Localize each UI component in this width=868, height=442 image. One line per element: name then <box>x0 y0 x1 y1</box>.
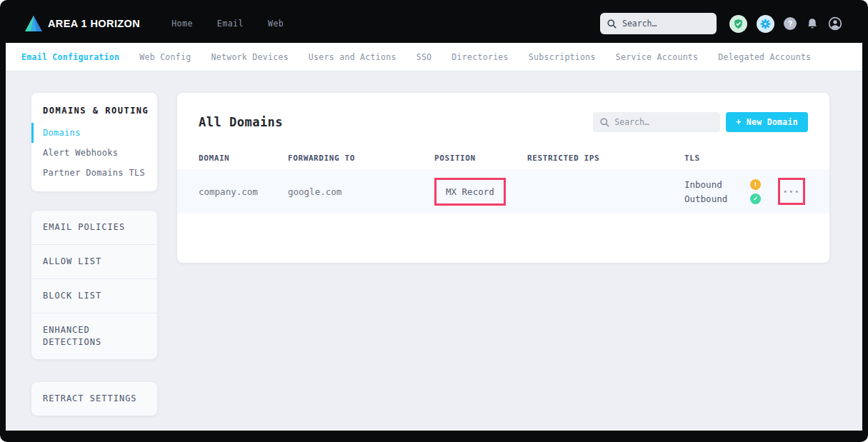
gear-icon[interactable] <box>757 15 774 33</box>
column-header-forwarding-to: FORWARDING TO <box>288 154 434 163</box>
column-header-tls: TLS <box>684 154 808 163</box>
nav-item-web[interactable]: Web <box>268 19 284 29</box>
tab-service-accounts[interactable]: Service Accounts <box>616 52 699 62</box>
cell-domain: company.com <box>199 186 288 197</box>
policies-card: EMAIL POLICIES ALLOW LIST BLOCK LIST ENH… <box>31 211 157 359</box>
domains-search-box[interactable] <box>593 112 720 132</box>
tls-inbound-label: Inbound <box>684 179 722 190</box>
sidebar-item-partner-domains-tls[interactable]: Partner Domains TLS <box>31 163 157 183</box>
table-row: company.com google.com MX Record Inbound… <box>177 169 829 214</box>
tab-delegated-accounts[interactable]: Delegated Accounts <box>718 52 811 62</box>
tab-sso[interactable]: SSO <box>416 52 432 62</box>
global-search-input[interactable] <box>622 19 701 29</box>
page-content: DOMAINS & ROUTING Domains Alert Webhooks… <box>6 71 862 431</box>
retract-settings-card: RETRACT SETTINGS <box>31 382 157 416</box>
sidebar-item-email-policies[interactable]: EMAIL POLICIES <box>31 211 157 244</box>
sidebar-item-enhanced-detections[interactable]: ENHANCED DETECTIONS <box>31 313 157 359</box>
global-search-box[interactable] <box>600 13 717 34</box>
cell-position: MX Record <box>434 178 527 206</box>
domains-routing-title: DOMAINS & ROUTING <box>31 106 157 116</box>
tab-subscriptions[interactable]: Subscriptions <box>529 52 596 62</box>
sidebar-item-alert-webhooks[interactable]: Alert Webhooks <box>31 143 157 163</box>
brand-logo[interactable]: AREA 1 HORIZON <box>24 15 140 32</box>
column-header-position: POSITION <box>434 154 527 163</box>
domains-search-input[interactable] <box>614 117 707 127</box>
tls-status-block: Inbound ! Outbound ✓ <box>684 179 761 204</box>
tab-users-and-actions[interactable]: Users and Actions <box>309 52 396 62</box>
check-status-icon: ✓ <box>750 194 761 204</box>
search-icon <box>607 19 617 29</box>
tls-outbound-line: Outbound ✓ <box>684 194 761 204</box>
nav-item-email[interactable]: Email <box>217 19 244 29</box>
tls-outbound-label: Outbound <box>684 194 727 204</box>
sidebar: DOMAINS & ROUTING Domains Alert Webhooks… <box>31 93 157 431</box>
tab-web-config[interactable]: Web Config <box>139 52 191 62</box>
shield-check-icon[interactable] <box>729 15 747 33</box>
column-header-domain: DOMAIN <box>199 154 288 163</box>
area1-triangle-logo-icon <box>24 15 43 32</box>
cell-tls: Inbound ! Outbound ✓ ••• <box>684 178 808 205</box>
search-icon <box>600 118 609 127</box>
highlight-box-position: MX Record <box>434 178 506 206</box>
top-navbar: AREA 1 HORIZON Home Email Web <box>6 0 862 43</box>
tab-network-devices[interactable]: Network Devices <box>211 52 289 62</box>
brand-name: AREA 1 HORIZON <box>48 18 140 29</box>
help-icon[interactable]: ? <box>784 17 797 30</box>
tls-inbound-line: Inbound ! <box>684 179 761 190</box>
panel-header: All Domains + New Domain <box>177 93 829 132</box>
topbar-icon-group: ? <box>729 15 842 33</box>
bell-icon[interactable] <box>806 17 819 30</box>
user-avatar-icon[interactable] <box>828 16 842 31</box>
table-header-row: DOMAIN FORWARDING TO POSITION RESTRICTED… <box>177 146 829 169</box>
app-window: AREA 1 HORIZON Home Email Web <box>0 0 868 442</box>
top-nav: Home Email Web <box>171 19 284 29</box>
cell-forwarding-to: google.com <box>288 186 434 197</box>
settings-tabs-bar: Email Configuration Web Config Network D… <box>6 43 862 71</box>
nav-item-home[interactable]: Home <box>171 19 193 29</box>
sidebar-item-domains[interactable]: Domains <box>31 123 157 143</box>
all-domains-panel: All Domains + New Domain DOMAIN FORWARDI… <box>177 93 829 263</box>
sidebar-item-block-list[interactable]: BLOCK LIST <box>31 278 157 313</box>
warning-status-icon: ! <box>750 179 761 190</box>
highlight-box-actions: ••• <box>778 178 805 205</box>
sidebar-item-allow-list[interactable]: ALLOW LIST <box>31 244 157 278</box>
tab-directories[interactable]: Directories <box>452 52 508 62</box>
page-title: All Domains <box>199 115 283 129</box>
column-header-restricted-ips: RESTRICTED IPS <box>527 154 684 163</box>
new-domain-button[interactable]: + New Domain <box>726 112 808 132</box>
tab-email-configuration[interactable]: Email Configuration <box>21 52 119 62</box>
domains-routing-card: DOMAINS & ROUTING Domains Alert Webhooks… <box>31 93 157 191</box>
sidebar-item-retract-settings[interactable]: RETRACT SETTINGS <box>31 382 157 416</box>
row-actions-menu-button[interactable]: ••• <box>783 187 800 196</box>
